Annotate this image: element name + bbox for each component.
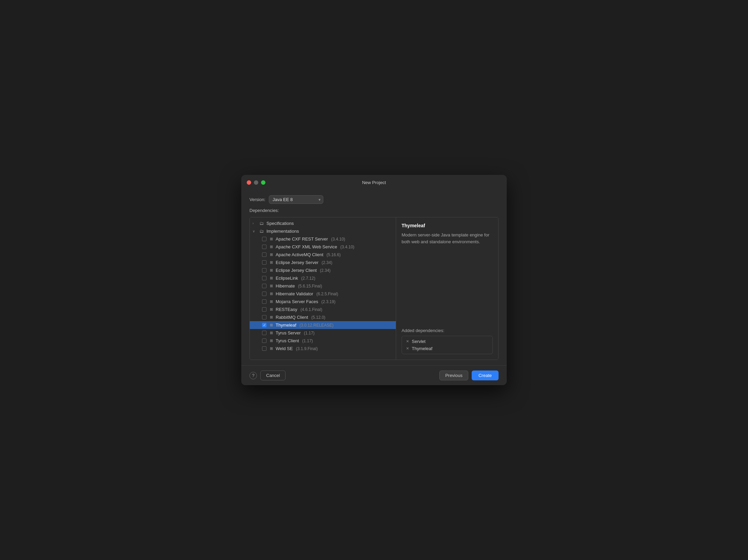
mojarra-checkbox[interactable]	[262, 299, 266, 304]
list-item[interactable]: ⊞ Hibernate Validator (6.2.5.Final)	[250, 290, 396, 298]
added-dependencies-section: Added dependencies: ✕ Servlet ✕ Thymelea…	[402, 328, 493, 354]
list-item[interactable]: ⊞ RabbitMQ Client (5.12.0)	[250, 313, 396, 321]
package-icon: ⊞	[270, 292, 273, 296]
package-icon: ⊞	[270, 339, 273, 343]
hibernate-checkbox[interactable]	[262, 284, 266, 288]
list-item: ✕ Servlet	[406, 339, 488, 344]
package-icon: ⊞	[270, 346, 273, 351]
folder-icon: 🗂	[259, 229, 264, 234]
list-item[interactable]: ⊞ Eclipse Jersey Client (2.34)	[250, 266, 396, 274]
item-name: Eclipse Jersey Client	[276, 268, 317, 273]
item-name: RabbitMQ Client	[276, 315, 308, 320]
version-select-wrapper[interactable]: Java EE 8	[269, 195, 323, 204]
main-panel: › 🗂 Specifications ∨ 🗂 Implementations ⊞…	[249, 217, 499, 360]
package-icon: ⊞	[270, 245, 273, 249]
tyrus-client-checkbox[interactable]	[262, 339, 266, 343]
dep-name: Servlet	[412, 339, 425, 344]
package-icon: ⊞	[270, 268, 273, 273]
list-item[interactable]: ⊞ Apache ActiveMQ Client (5.16.6)	[250, 251, 396, 259]
maximize-button[interactable]	[261, 180, 265, 185]
minimize-button[interactable]	[254, 180, 258, 185]
window-title: New Project	[362, 180, 386, 185]
item-name: RESTEasy	[276, 307, 297, 312]
info-description: Modern server-side Java template engine …	[402, 232, 493, 245]
specifications-category[interactable]: › 🗂 Specifications	[250, 219, 396, 227]
package-icon: ⊞	[270, 237, 273, 241]
dependency-info: Thymeleaf Modern server-side Java templa…	[402, 223, 493, 245]
help-button[interactable]: ?	[249, 372, 257, 379]
version-tag: (2.7.12)	[300, 276, 315, 281]
version-tag: (2.34)	[319, 268, 331, 273]
create-button[interactable]: Create	[472, 370, 499, 380]
version-select[interactable]: Java EE 8	[269, 195, 323, 204]
package-icon: ⊞	[270, 315, 273, 319]
chevron-right-icon: ›	[253, 221, 257, 225]
list-item[interactable]: ⊞ Weld SE (3.1.9.Final)	[250, 345, 396, 352]
list-item: ✕ Thymeleaf	[406, 346, 488, 351]
version-tag: (3.0.12.RELEASE)	[298, 323, 334, 328]
item-name: Tyrus Client	[276, 338, 299, 343]
tree-panel[interactable]: › 🗂 Specifications ∨ 🗂 Implementations ⊞…	[250, 217, 396, 360]
apache-activemq-checkbox[interactable]	[262, 252, 266, 257]
close-button[interactable]	[247, 180, 251, 185]
cancel-button[interactable]: Cancel	[260, 370, 286, 380]
thymeleaf-checkbox[interactable]: ✓	[262, 323, 266, 327]
hibernate-validator-checkbox[interactable]	[262, 292, 266, 296]
item-name: Eclipse Jersey Server	[276, 260, 319, 265]
list-item[interactable]: ⊞ Apache CXF XML Web Service (3.4.10)	[250, 243, 396, 251]
footer-right: Previous Create	[439, 370, 499, 380]
version-row: Version: Java EE 8	[249, 195, 499, 204]
remove-thymeleaf-button[interactable]: ✕	[406, 346, 409, 351]
title-bar: New Project	[241, 175, 507, 190]
list-item[interactable]: ✓ ⊞ Thymeleaf (3.0.12.RELEASE)	[250, 321, 396, 329]
apache-cxf-xml-checkbox[interactable]	[262, 245, 266, 249]
tyrus-server-checkbox[interactable]	[262, 331, 266, 335]
list-item[interactable]: ⊞ Eclipse Jersey Server (2.34)	[250, 259, 396, 266]
implementations-category[interactable]: ∨ 🗂 Implementations	[250, 227, 396, 235]
added-deps-box: ✕ Servlet ✕ Thymeleaf	[402, 336, 493, 354]
version-tag: (4.6.1.Final)	[299, 307, 322, 312]
weld-se-checkbox[interactable]	[262, 346, 266, 351]
eclipselink-checkbox[interactable]	[262, 276, 266, 280]
chevron-down-icon: ∨	[253, 229, 257, 233]
version-tag: (5.12.0)	[310, 315, 325, 320]
item-name: EclipseLink	[276, 276, 298, 281]
version-tag: (3.1.9.Final)	[295, 346, 318, 351]
content-area: Version: Java EE 8 Dependencies: › 🗂 Spe…	[241, 190, 507, 365]
specifications-label: Specifications	[266, 221, 294, 226]
rabbitmq-checkbox[interactable]	[262, 315, 266, 319]
item-name: Apache CXF REST Server	[276, 236, 328, 242]
package-icon: ⊞	[270, 252, 273, 257]
remove-servlet-button[interactable]: ✕	[406, 339, 409, 344]
list-item[interactable]: ⊞ RESTEasy (4.6.1.Final)	[250, 306, 396, 313]
list-item[interactable]: ⊞ Hibernate (5.6.15.Final)	[250, 282, 396, 290]
version-tag: (5.16.6)	[325, 252, 341, 257]
list-item[interactable]: ⊞ Tyrus Client (1.17)	[250, 337, 396, 345]
version-tag: (1.17)	[303, 331, 315, 335]
dependencies-label: Dependencies:	[249, 208, 499, 213]
eclipse-jersey-client-checkbox[interactable]	[262, 268, 266, 273]
list-item[interactable]: ⊞ Mojarra Server Faces (2.3.19)	[250, 298, 396, 306]
implementations-label: Implementations	[266, 229, 299, 234]
added-deps-label: Added dependencies:	[402, 328, 493, 333]
package-icon: ⊞	[270, 276, 273, 280]
resteasy-checkbox[interactable]	[262, 307, 266, 312]
apache-cxf-rest-checkbox[interactable]	[262, 237, 266, 241]
list-item[interactable]: ⊞ EclipseLink (2.7.12)	[250, 274, 396, 282]
version-tag: (2.34)	[321, 260, 332, 265]
item-name: Apache CXF XML Web Service	[276, 244, 337, 249]
item-name: Hibernate Validator	[276, 291, 313, 296]
version-tag: (1.17)	[301, 339, 313, 343]
package-icon: ⊞	[270, 331, 273, 335]
item-name: Hibernate	[276, 283, 295, 289]
info-title: Thymeleaf	[402, 223, 493, 228]
folder-icon: 🗂	[259, 221, 264, 226]
footer-left: ? Cancel	[249, 370, 286, 380]
eclipse-jersey-server-checkbox[interactable]	[262, 260, 266, 265]
version-label: Version:	[249, 197, 265, 202]
package-icon: ⊞	[270, 323, 273, 327]
previous-button[interactable]: Previous	[439, 370, 468, 380]
list-item[interactable]: ⊞ Apache CXF REST Server (3.4.10)	[250, 235, 396, 243]
list-item[interactable]: ⊞ Tyrus Server (1.17)	[250, 329, 396, 337]
new-project-dialog: New Project Version: Java EE 8 Dependenc…	[241, 175, 507, 385]
